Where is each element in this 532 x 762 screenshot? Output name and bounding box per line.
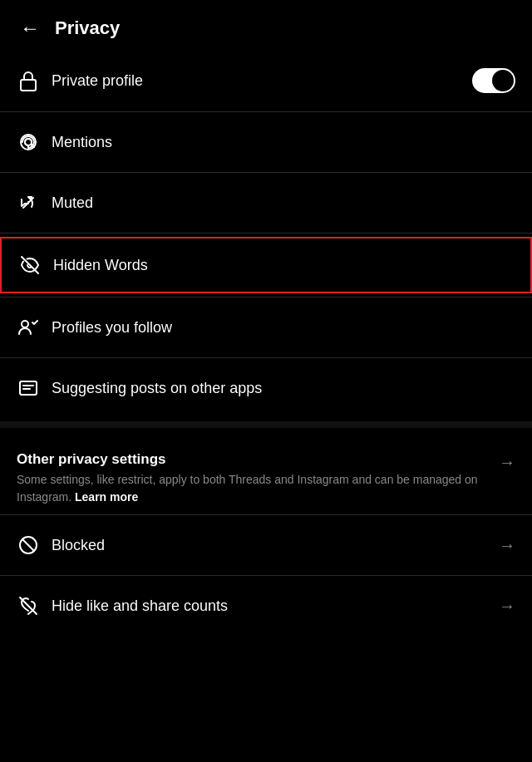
hidden-words-icon — [18, 253, 53, 277]
external-link-icon-other-privacy: → — [499, 453, 515, 471]
menu-list: Private profile Mentions — [0, 53, 532, 415]
suggesting-posts-label: Suggesting posts on other apps — [52, 380, 515, 397]
mentions-label: Mentions — [52, 134, 515, 151]
profiles-icon — [17, 316, 52, 339]
hide-like-share-label: Hide like and share counts — [52, 597, 499, 615]
back-button[interactable]: ← — [17, 15, 43, 42]
learn-more-link[interactable]: Learn more — [75, 490, 138, 504]
suggesting-icon — [17, 376, 52, 400]
svg-rect-0 — [21, 80, 36, 91]
hide-like-share-external: → — [499, 597, 515, 616]
private-profile-label: Private profile — [52, 72, 472, 90]
back-arrow-icon: ← — [20, 18, 40, 38]
private-profile-toggle[interactable] — [472, 68, 515, 93]
lock-icon — [17, 69, 52, 92]
divider-section — [0, 421, 532, 428]
divider-7 — [0, 575, 532, 576]
other-privacy-title: Other privacy settings — [17, 451, 489, 468]
svg-line-6 — [22, 539, 34, 551]
blocked-label: Blocked — [52, 537, 499, 554]
hide-like-icon — [17, 594, 52, 617]
menu-item-suggesting-posts[interactable]: Suggesting posts on other apps — [0, 361, 532, 415]
at-icon — [17, 130, 52, 154]
menu-item-blocked[interactable]: Blocked → — [0, 519, 532, 572]
muted-icon — [17, 191, 52, 214]
other-privacy-desc: Some settings, like restrict, apply to b… — [17, 471, 489, 506]
page-title: Privacy — [55, 17, 120, 39]
private-profile-toggle-wrap[interactable] — [472, 68, 515, 93]
divider-3 — [0, 233, 532, 234]
divider-2 — [0, 172, 532, 173]
menu-item-profiles-you-follow[interactable]: Profiles you follow — [0, 301, 532, 354]
menu-item-mentions[interactable]: Mentions — [0, 116, 532, 169]
divider-5 — [0, 357, 532, 358]
menu-item-muted[interactable]: Muted — [0, 176, 532, 229]
menu-item-private-profile[interactable]: Private profile — [0, 53, 532, 108]
external-link-icon-hide-like: → — [499, 597, 515, 616]
divider-1 — [0, 111, 532, 112]
hidden-words-label: Hidden Words — [53, 257, 514, 274]
other-privacy-section: Other privacy settings Some settings, li… — [0, 435, 532, 511]
svg-point-3 — [22, 321, 28, 327]
muted-label: Muted — [52, 194, 515, 212]
blocked-icon — [17, 533, 52, 557]
external-link-icon-blocked: → — [499, 536, 515, 555]
menu-item-hidden-words[interactable]: Hidden Words — [0, 237, 532, 293]
blocked-external: → — [499, 536, 515, 555]
toggle-knob — [492, 70, 514, 91]
divider-4 — [0, 297, 532, 297]
profiles-you-follow-label: Profiles you follow — [52, 319, 515, 337]
header: ← Privacy — [0, 0, 532, 53]
divider-6 — [0, 514, 532, 515]
menu-item-hide-like-share[interactable]: Hide like and share counts → — [0, 579, 532, 632]
